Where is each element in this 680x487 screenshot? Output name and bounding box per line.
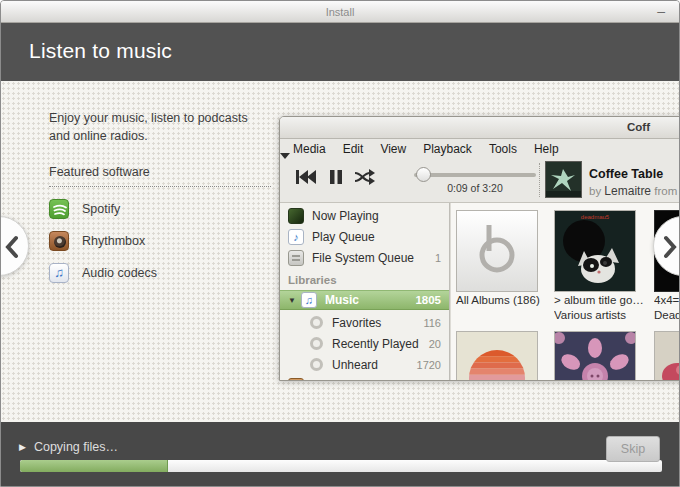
sidebar-item-label: Play Queue bbox=[312, 230, 375, 244]
shuffle-icon[interactable] bbox=[354, 168, 378, 190]
item-count: 116 bbox=[423, 317, 441, 329]
featured-item-rhythmbox: Rhythmbox bbox=[49, 231, 281, 251]
gear-icon bbox=[310, 316, 323, 329]
album-tile-deadmau5[interactable]: deadmau5 bbox=[554, 210, 636, 292]
skip-button[interactable]: Skip bbox=[606, 436, 660, 462]
album-label: 4x4= Dead bbox=[654, 293, 680, 323]
previous-track-icon[interactable] bbox=[295, 168, 317, 190]
music-note-icon: ♪ bbox=[288, 229, 304, 245]
album-tile-kaleidoscope[interactable] bbox=[554, 331, 636, 380]
toolbar-separator bbox=[539, 163, 540, 197]
track-title: Coffee Table bbox=[589, 167, 663, 181]
playback-position: 0:09 of 3:20 bbox=[414, 182, 536, 194]
rhythmbox-icon bbox=[49, 231, 69, 251]
progress-fill bbox=[20, 460, 168, 472]
item-count: 1 bbox=[435, 252, 441, 264]
libraries-heading: Libraries bbox=[280, 269, 449, 290]
progress-bar bbox=[20, 460, 662, 472]
player-body: Now Playing ♪ Play Queue File System Que… bbox=[280, 203, 680, 380]
featured-item-label: Audio codecs bbox=[82, 266, 157, 280]
track-byline: by Lemaitre from F bbox=[589, 184, 680, 198]
featured-item-spotify: Spotify bbox=[49, 199, 281, 219]
gear-icon bbox=[310, 337, 323, 350]
album-tile-sunset[interactable] bbox=[456, 331, 538, 380]
music-note-icon: ♫ bbox=[301, 292, 317, 308]
menu-help[interactable]: Help bbox=[534, 142, 559, 156]
previous-slide-button[interactable] bbox=[0, 216, 29, 276]
expander-down-icon[interactable]: ▼ bbox=[288, 296, 296, 305]
sidebar-item-file-system-queue[interactable]: File System Queue 1 bbox=[280, 247, 449, 268]
slide-text: Enjoy your music, listen to podcasts and… bbox=[49, 109, 281, 283]
player-window-title: Coff bbox=[627, 121, 650, 133]
sidebar-item-label: File System Queue bbox=[312, 251, 414, 265]
status-disclosure[interactable]: ▶ Copying files… bbox=[19, 440, 118, 454]
sidebar-item-music[interactable]: ▼ ♫ Music 1805 bbox=[280, 290, 449, 310]
by-label: by bbox=[589, 185, 601, 197]
sidebar-item-now-playing[interactable]: Now Playing bbox=[280, 205, 449, 226]
sidebar-item-unheard[interactable]: Unheard 1720 bbox=[280, 354, 449, 375]
status-text: Copying files… bbox=[34, 440, 118, 454]
sidebar-item-label: Music bbox=[325, 293, 359, 307]
from-label: from bbox=[654, 185, 677, 197]
window-titlebar: Install – bbox=[1, 1, 679, 23]
item-count: 20 bbox=[429, 338, 441, 350]
item-count: 1720 bbox=[417, 359, 441, 371]
sidebar-item-play-queue[interactable]: ♪ Play Queue bbox=[280, 226, 449, 247]
slide-area: Enjoy your music, listen to podcasts and… bbox=[1, 81, 679, 422]
pause-icon[interactable] bbox=[329, 168, 343, 190]
chevron-down-icon[interactable] bbox=[280, 153, 290, 176]
slide-description: Enjoy your music, listen to podcasts and… bbox=[49, 109, 267, 145]
sidebar-item-audiobooks[interactable]: Audiobooks bbox=[280, 375, 449, 380]
now-playing-icon bbox=[288, 208, 304, 224]
page-title: Listen to music bbox=[29, 39, 679, 63]
menu-edit[interactable]: Edit bbox=[343, 142, 364, 156]
sidebar-item-favorites[interactable]: Favorites 116 bbox=[280, 312, 449, 333]
seek-slider[interactable] bbox=[414, 173, 536, 177]
file-system-queue-icon bbox=[288, 250, 304, 266]
window-title: Install bbox=[326, 6, 355, 18]
album-grid: deadmau5 All Albums (186) > album title … bbox=[450, 203, 680, 380]
album-tile-flower[interactable] bbox=[654, 331, 680, 380]
spotify-icon bbox=[49, 199, 69, 219]
sidebar-item-label: Audiobooks bbox=[312, 379, 375, 381]
player-menubar: Media Edit View Playback Tools Help bbox=[280, 139, 680, 159]
menu-view[interactable]: View bbox=[380, 142, 406, 156]
audio-codecs-icon: ♫ bbox=[49, 263, 69, 283]
sidebar-item-label: Unheard bbox=[332, 358, 378, 372]
audiobooks-icon bbox=[288, 378, 304, 381]
menu-tools[interactable]: Tools bbox=[489, 142, 517, 156]
chevron-right-icon bbox=[661, 235, 679, 259]
slide-header: Listen to music bbox=[1, 23, 679, 81]
music-player-window: Coff Media Edit View Playback Tools Help bbox=[279, 116, 680, 381]
sidebar-item-label: Now Playing bbox=[312, 209, 379, 223]
featured-software-heading: Featured software bbox=[49, 165, 271, 187]
album-art-thumbnail bbox=[545, 161, 582, 198]
player-toolbar: 0:09 of 3:20 Coffee Table by Lemaitre fr… bbox=[280, 159, 680, 203]
sidebar-item-recently-played[interactable]: Recently Played 20 bbox=[280, 333, 449, 354]
album-label: All Albums (186) bbox=[456, 293, 554, 308]
gear-icon bbox=[310, 358, 323, 371]
sidebar-item-label: Favorites bbox=[332, 316, 381, 330]
menu-playback[interactable]: Playback bbox=[423, 142, 472, 156]
featured-item-audio-codecs: ♫ Audio codecs bbox=[49, 263, 281, 283]
chevron-left-icon bbox=[3, 235, 21, 259]
album-tile-all-albums[interactable] bbox=[456, 210, 538, 292]
menu-media[interactable]: Media bbox=[293, 142, 326, 156]
item-count: 1805 bbox=[415, 294, 441, 306]
player-titlebar: Coff bbox=[280, 117, 680, 139]
seek-slider-handle[interactable] bbox=[416, 167, 431, 182]
album-tile-text: deadmau5 bbox=[555, 214, 635, 220]
featured-item-label: Rhythmbox bbox=[82, 234, 145, 248]
track-artist: Lemaitre bbox=[604, 184, 651, 198]
expander-right-icon: ▶ bbox=[19, 442, 26, 452]
album-label: > album title go… Various artists bbox=[554, 293, 652, 323]
minimize-icon[interactable]: – bbox=[657, 1, 665, 21]
installer-window: Install – Listen to music Enjoy your mus… bbox=[0, 0, 680, 487]
sidebar-item-label: Recently Played bbox=[332, 337, 419, 351]
player-sidebar: Now Playing ♪ Play Queue File System Que… bbox=[280, 203, 450, 380]
install-progress-bar-area: ▶ Copying files… Skip bbox=[1, 422, 679, 487]
featured-item-label: Spotify bbox=[82, 202, 120, 216]
